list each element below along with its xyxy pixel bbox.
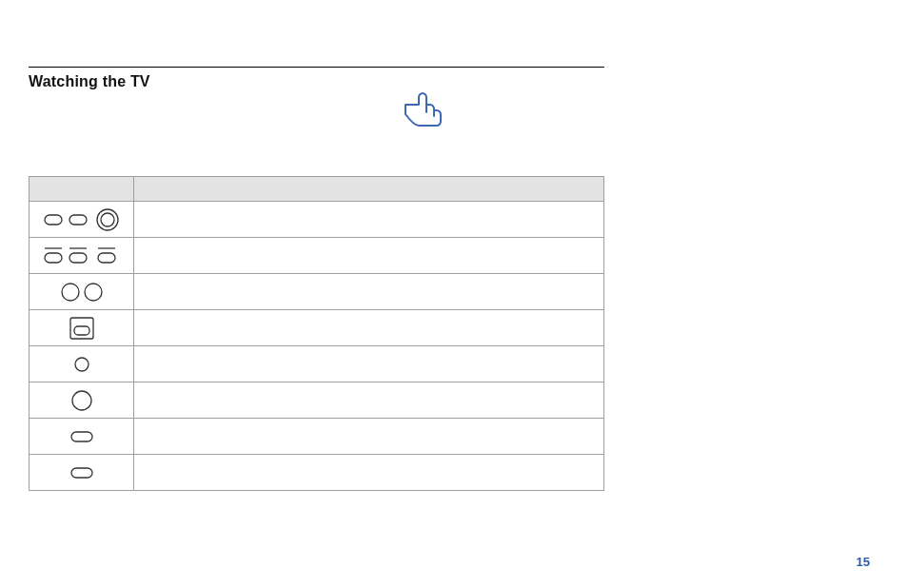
- row6-desc: [134, 382, 604, 419]
- row6-icon: [30, 382, 134, 419]
- row7-desc: [134, 419, 604, 455]
- table-row: [30, 455, 604, 491]
- svg-rect-16: [71, 432, 92, 441]
- pointing-hand-icon: [400, 88, 445, 129]
- row5-icon: [30, 346, 134, 382]
- table-row: [30, 310, 604, 346]
- table-row: [30, 419, 604, 455]
- svg-rect-9: [98, 253, 115, 263]
- row1-desc: [134, 202, 604, 238]
- table-header-icon: [30, 177, 134, 202]
- svg-rect-7: [69, 253, 87, 263]
- table-row: [30, 202, 604, 238]
- svg-rect-1: [69, 215, 87, 225]
- table-row: [30, 238, 604, 274]
- svg-rect-13: [74, 326, 89, 335]
- row5-desc: [134, 346, 604, 382]
- row4-desc: [134, 310, 604, 346]
- table-row: [30, 346, 604, 382]
- row7-icon: [30, 419, 134, 455]
- row2-desc: [134, 238, 604, 274]
- row4-icon: [30, 310, 134, 346]
- row8-desc: [134, 455, 604, 491]
- top-rule: [29, 67, 604, 68]
- svg-rect-17: [71, 468, 92, 478]
- svg-point-11: [85, 284, 102, 301]
- row3-desc: [134, 274, 604, 310]
- row2-icon: [30, 238, 134, 274]
- svg-point-3: [101, 213, 114, 226]
- row8-icon: [30, 455, 134, 491]
- table-row: [30, 382, 604, 419]
- table-row: [30, 274, 604, 310]
- row1-icon: [30, 202, 134, 238]
- svg-point-15: [72, 391, 91, 410]
- svg-rect-5: [45, 253, 62, 263]
- remote-buttons-table: [29, 176, 604, 491]
- table-header-desc: [134, 177, 604, 202]
- svg-point-14: [75, 358, 89, 371]
- row3-icon: [30, 274, 134, 310]
- page-content: Watching the TV: [0, 0, 908, 529]
- svg-rect-0: [45, 215, 62, 225]
- svg-point-10: [62, 284, 79, 301]
- page-title: Watching the TV: [29, 73, 870, 90]
- page-number: 15: [857, 555, 870, 569]
